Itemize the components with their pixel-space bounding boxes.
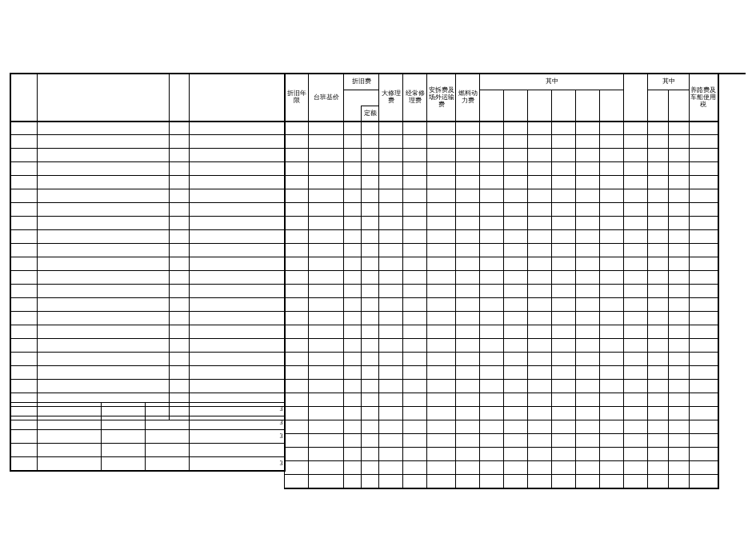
cell[interactable] [10, 149, 37, 162]
cell[interactable] [285, 271, 309, 285]
cell[interactable] [427, 285, 456, 298]
cell[interactable] [480, 203, 504, 217]
cell[interactable] [648, 217, 669, 230]
cell[interactable] [309, 407, 344, 420]
cell[interactable] [504, 420, 528, 434]
cell[interactable] [690, 366, 718, 380]
cell[interactable] [648, 393, 669, 407]
cell[interactable] [600, 122, 624, 135]
cell[interactable] [690, 393, 718, 407]
cell[interactable] [456, 244, 480, 257]
cell[interactable] [576, 285, 600, 298]
cell[interactable] [344, 339, 362, 353]
cell[interactable] [552, 189, 576, 203]
cell[interactable] [403, 271, 427, 285]
cell[interactable] [344, 135, 362, 149]
cell[interactable] [403, 217, 427, 230]
cell[interactable] [344, 475, 362, 489]
cell[interactable] [528, 244, 552, 257]
cell[interactable] [528, 461, 552, 475]
cell[interactable] [528, 271, 552, 285]
cell[interactable] [648, 257, 669, 271]
cell[interactable] [309, 189, 344, 203]
cell[interactable] [10, 122, 37, 135]
cell[interactable] [403, 298, 427, 312]
cell[interactable] [403, 176, 427, 189]
cell[interactable] [344, 217, 362, 230]
cell[interactable] [576, 407, 600, 420]
cell[interactable] [576, 162, 600, 176]
cell[interactable] [480, 366, 504, 380]
cell[interactable] [362, 380, 379, 393]
cell[interactable] [362, 189, 379, 203]
cell[interactable] [344, 461, 362, 475]
cell[interactable] [600, 366, 624, 380]
cell[interactable] [403, 420, 427, 434]
cell[interactable] [648, 122, 669, 135]
cell[interactable] [600, 420, 624, 434]
cell[interactable] [600, 353, 624, 366]
cell[interactable] [504, 203, 528, 217]
cell[interactable] [189, 217, 285, 230]
cell[interactable] [624, 475, 648, 489]
cell[interactable] [624, 420, 648, 434]
cell[interactable] [669, 366, 690, 380]
cell[interactable] [362, 244, 379, 257]
cell[interactable] [624, 244, 648, 257]
cell[interactable] [10, 230, 37, 244]
cell[interactable] [10, 380, 37, 393]
cell[interactable] [669, 189, 690, 203]
cell[interactable] [528, 393, 552, 407]
cell[interactable] [669, 230, 690, 244]
cell[interactable] [379, 434, 403, 448]
cell[interactable] [576, 135, 600, 149]
cell[interactable] [189, 230, 285, 244]
cell[interactable] [552, 257, 576, 271]
cell[interactable] [600, 271, 624, 285]
cell[interactable] [480, 475, 504, 489]
cell[interactable] [648, 298, 669, 312]
cell[interactable] [456, 420, 480, 434]
cell[interactable] [480, 244, 504, 257]
cell[interactable] [669, 420, 690, 434]
cell[interactable] [362, 434, 379, 448]
cell[interactable] [480, 434, 504, 448]
cell[interactable] [344, 298, 362, 312]
cell[interactable] [600, 298, 624, 312]
cell[interactable] [690, 149, 718, 162]
cell[interactable] [552, 393, 576, 407]
cell[interactable] [403, 393, 427, 407]
cell[interactable] [427, 353, 456, 366]
cell[interactable] [427, 176, 456, 189]
cell[interactable] [344, 285, 362, 298]
cell[interactable] [480, 230, 504, 244]
cell[interactable] [480, 149, 504, 162]
cell[interactable] [528, 366, 552, 380]
cell[interactable] [403, 312, 427, 325]
cell[interactable] [285, 434, 309, 448]
cell[interactable] [403, 230, 427, 244]
cell[interactable] [624, 122, 648, 135]
cell[interactable] [624, 285, 648, 298]
cell[interactable] [480, 312, 504, 325]
cell[interactable] [576, 475, 600, 489]
cell[interactable] [37, 122, 169, 135]
cell[interactable] [624, 217, 648, 230]
cell[interactable] [169, 135, 189, 149]
cell[interactable] [10, 312, 37, 325]
cell[interactable] [669, 203, 690, 217]
cell[interactable] [189, 189, 285, 203]
cell[interactable] [362, 149, 379, 162]
cell[interactable] [379, 393, 403, 407]
cell[interactable] [576, 325, 600, 339]
cell[interactable] [344, 380, 362, 393]
cell[interactable] [669, 380, 690, 393]
cell[interactable] [309, 325, 344, 339]
cell[interactable] [576, 420, 600, 434]
cell[interactable] [576, 339, 600, 353]
cell[interactable] [427, 312, 456, 325]
cell[interactable] [379, 475, 403, 489]
cell[interactable] [600, 325, 624, 339]
cell[interactable] [504, 189, 528, 203]
cell[interactable] [37, 416, 101, 430]
